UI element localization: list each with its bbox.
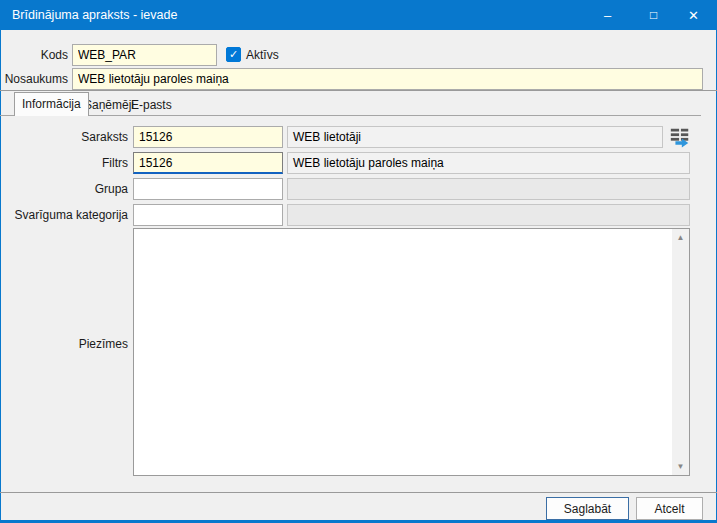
- nosaukums-label: Nosaukums: [0, 72, 68, 86]
- scroll-down-icon: ▼: [677, 462, 685, 471]
- piezimes-text: [137, 231, 669, 473]
- tabstrip-border: [0, 115, 701, 116]
- minimize-icon: –: [604, 8, 611, 23]
- maximize-icon: □: [650, 8, 657, 22]
- tab-epasts-label: E-pasts: [131, 98, 172, 112]
- grupa-display-field: [287, 178, 690, 200]
- list-arrow-icon: [669, 126, 691, 148]
- svariguma-display-field: [287, 204, 690, 226]
- tab-informacija-label: Informācija: [22, 97, 81, 111]
- footer-separator: [0, 492, 717, 493]
- saraksts-input[interactable]: [133, 126, 283, 148]
- titlebar: Brīdinājuma apraksts - ievade – □ ✕: [0, 0, 717, 30]
- save-button[interactable]: Saglabāt: [546, 497, 629, 520]
- close-button[interactable]: ✕: [671, 0, 716, 30]
- scroll-down-button[interactable]: ▼: [672, 458, 689, 475]
- kods-input[interactable]: [72, 44, 217, 66]
- scroll-up-button[interactable]: ▲: [672, 229, 689, 246]
- nosaukums-input[interactable]: [72, 68, 703, 90]
- window-title: Brīdinājuma apraksts - ievade: [12, 8, 177, 22]
- grupa-label: Grupa: [0, 182, 128, 196]
- aktivs-checkbox[interactable]: ✓: [226, 47, 241, 62]
- saraksts-label: Saraksts: [0, 130, 128, 144]
- tab-epasts[interactable]: E-pasts: [124, 95, 179, 115]
- piezimes-textarea[interactable]: ▲ ▼: [133, 228, 690, 476]
- dialog-window: Brīdinājuma apraksts - ievade – □ ✕ Kods…: [0, 0, 717, 523]
- cancel-button[interactable]: Atcelt: [636, 497, 703, 520]
- piezimes-label: Piezīmes: [0, 337, 128, 351]
- header-separator: [0, 90, 717, 91]
- memo-scrollbar[interactable]: ▲ ▼: [672, 229, 689, 475]
- filtrs-input[interactable]: [133, 152, 283, 174]
- open-list-button[interactable]: [668, 126, 692, 148]
- check-icon: ✓: [229, 48, 238, 60]
- saraksts-display-field: WEB lietotāji: [287, 126, 663, 148]
- close-icon: ✕: [688, 8, 699, 23]
- svariguma-label: Svarīguma kategorija: [0, 208, 128, 222]
- maximize-button[interactable]: □: [631, 0, 676, 30]
- scroll-up-icon: ▲: [677, 233, 685, 242]
- minimize-button[interactable]: –: [585, 0, 630, 30]
- aktivs-label: Aktīvs: [246, 48, 306, 62]
- svariguma-input[interactable]: [133, 204, 283, 226]
- grupa-input[interactable]: [133, 178, 283, 200]
- tab-informacija[interactable]: Informācija: [14, 92, 89, 116]
- kods-label: Kods: [0, 48, 68, 62]
- filtrs-display-field: WEB lietotāju paroles maiņa: [287, 152, 690, 174]
- filtrs-label: Filtrs: [0, 156, 128, 170]
